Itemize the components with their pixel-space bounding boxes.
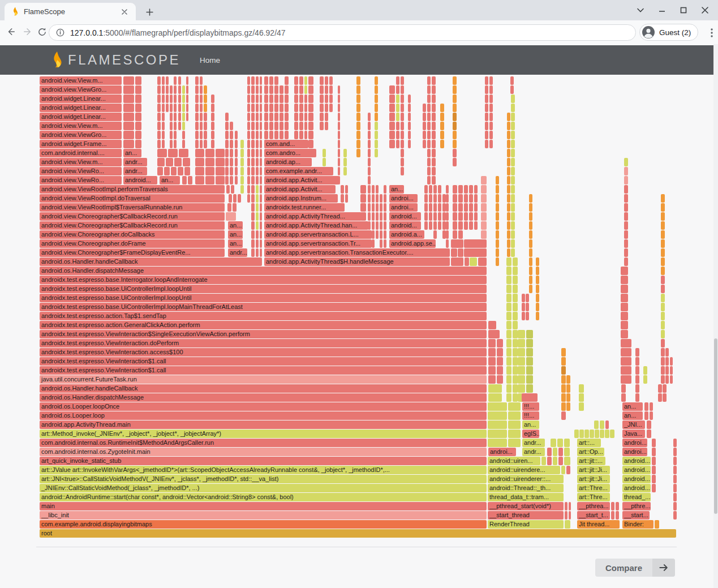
frame[interactable] bbox=[174, 85, 177, 94]
frame[interactable] bbox=[611, 511, 614, 520]
frame[interactable] bbox=[453, 113, 457, 121]
frame[interactable] bbox=[438, 203, 441, 212]
frame[interactable]: art::jit::... bbox=[577, 457, 605, 465]
frame[interactable]: android... bbox=[622, 484, 651, 492]
frame[interactable] bbox=[507, 140, 510, 148]
frame[interactable] bbox=[511, 122, 515, 130]
frame[interactable]: _JNIEnv::CallStaticVoidMethod(_jclass*, … bbox=[40, 484, 487, 492]
frame[interactable]: android.view.ViewRo... bbox=[40, 167, 122, 175]
frame[interactable] bbox=[511, 239, 515, 248]
frame[interactable] bbox=[513, 294, 518, 302]
frame[interactable] bbox=[453, 95, 457, 103]
frame[interactable] bbox=[229, 194, 232, 203]
frame[interactable] bbox=[529, 221, 532, 230]
frame[interactable] bbox=[661, 294, 665, 302]
frame[interactable] bbox=[247, 185, 250, 194]
frame[interactable] bbox=[643, 366, 647, 375]
frame[interactable] bbox=[343, 167, 347, 175]
frame[interactable] bbox=[123, 76, 134, 85]
frame[interactable] bbox=[174, 131, 177, 139]
frame[interactable] bbox=[294, 122, 298, 130]
frame[interactable] bbox=[184, 167, 190, 175]
frame[interactable] bbox=[356, 140, 360, 148]
frame[interactable] bbox=[294, 85, 298, 94]
frame[interactable] bbox=[396, 122, 399, 130]
frame[interactable] bbox=[325, 122, 328, 130]
frame[interactable] bbox=[380, 221, 382, 230]
frame[interactable] bbox=[401, 95, 404, 103]
frame[interactable] bbox=[230, 149, 233, 157]
frame[interactable] bbox=[376, 230, 379, 239]
frame[interactable] bbox=[496, 257, 499, 266]
frame[interactable]: androidx.test.espresso.base.Interrogator… bbox=[40, 276, 487, 284]
frame[interactable] bbox=[453, 194, 457, 203]
frame[interactable] bbox=[280, 85, 283, 94]
frame[interactable] bbox=[269, 113, 273, 121]
frame[interactable] bbox=[225, 131, 229, 139]
frame[interactable] bbox=[401, 76, 404, 85]
maximize-icon[interactable] bbox=[673, 3, 694, 17]
frame[interactable] bbox=[256, 104, 259, 112]
frame[interactable] bbox=[558, 457, 563, 465]
frame[interactable] bbox=[401, 131, 404, 139]
frame[interactable] bbox=[510, 85, 514, 94]
frame[interactable] bbox=[285, 104, 289, 112]
frame[interactable] bbox=[564, 457, 570, 465]
frame[interactable] bbox=[488, 321, 496, 329]
frame[interactable] bbox=[621, 375, 631, 384]
frame[interactable] bbox=[635, 357, 639, 366]
frame[interactable] bbox=[260, 122, 262, 130]
frame[interactable] bbox=[469, 194, 473, 203]
frame[interactable] bbox=[269, 104, 273, 112]
frame[interactable] bbox=[661, 348, 665, 357]
frame[interactable] bbox=[458, 185, 463, 194]
frame[interactable] bbox=[507, 239, 510, 248]
frame[interactable] bbox=[497, 348, 503, 357]
frame[interactable] bbox=[256, 140, 259, 148]
frame[interactable]: android.view.ViewRootImpl.performTravers… bbox=[40, 185, 225, 194]
frame[interactable] bbox=[235, 167, 238, 175]
frame[interactable] bbox=[174, 95, 177, 103]
frame[interactable] bbox=[507, 122, 510, 130]
frame[interactable] bbox=[432, 149, 436, 157]
frame[interactable] bbox=[661, 221, 665, 230]
frame[interactable]: android.app.ActivityThread... bbox=[264, 212, 362, 221]
frame[interactable] bbox=[661, 330, 665, 338]
frame[interactable] bbox=[518, 330, 525, 338]
frame[interactable]: androidx.test.espresso.ViewInteraction$1… bbox=[40, 366, 487, 375]
frame[interactable] bbox=[635, 384, 639, 393]
frame[interactable]: main bbox=[40, 502, 487, 510]
frame[interactable] bbox=[251, 85, 255, 94]
frame[interactable] bbox=[294, 113, 298, 121]
frame[interactable]: androi... bbox=[622, 439, 647, 447]
frame[interactable] bbox=[506, 357, 511, 366]
frame[interactable] bbox=[488, 366, 496, 375]
frame[interactable] bbox=[511, 185, 515, 194]
frame[interactable] bbox=[511, 194, 515, 203]
frame[interactable] bbox=[507, 167, 510, 175]
frame[interactable] bbox=[507, 194, 510, 203]
frame[interactable] bbox=[162, 140, 165, 148]
frame[interactable] bbox=[665, 357, 669, 366]
frame[interactable] bbox=[247, 158, 250, 166]
frame[interactable] bbox=[536, 294, 539, 302]
frame[interactable]: android.app.se... bbox=[389, 239, 436, 248]
frame[interactable] bbox=[429, 212, 432, 221]
frame[interactable] bbox=[561, 393, 566, 402]
frame[interactable] bbox=[650, 402, 653, 411]
frame[interactable]: an... bbox=[123, 149, 141, 157]
frame[interactable] bbox=[661, 276, 665, 284]
frame[interactable] bbox=[440, 131, 444, 139]
frame[interactable]: android.app.ActivityThread.han... bbox=[264, 221, 368, 230]
frame[interactable] bbox=[269, 76, 273, 85]
frame[interactable] bbox=[368, 140, 371, 148]
frame[interactable] bbox=[652, 448, 656, 456]
frame[interactable] bbox=[356, 149, 360, 157]
frame[interactable] bbox=[256, 167, 259, 175]
frame[interactable] bbox=[251, 239, 255, 248]
minimize-icon[interactable] bbox=[651, 3, 673, 17]
frame[interactable]: an... bbox=[522, 420, 539, 429]
frame[interactable] bbox=[508, 411, 521, 420]
frame[interactable] bbox=[166, 158, 173, 166]
frame[interactable] bbox=[481, 230, 487, 239]
